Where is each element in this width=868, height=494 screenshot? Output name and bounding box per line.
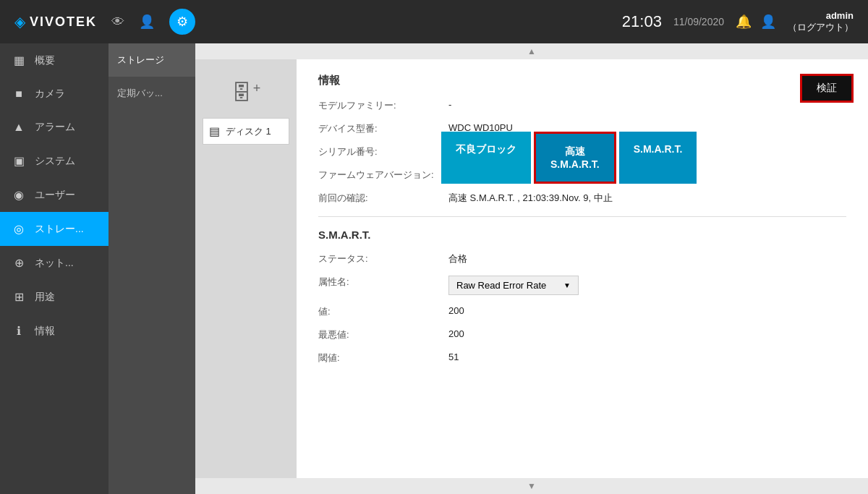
user-account-icon[interactable]: 👤 [760,14,776,30]
attr-name-dropdown[interactable]: Raw Read Error Rate ▼ [448,276,579,295]
monitor-icon[interactable]: 👁 [111,14,124,30]
current-time: 21:03 [622,12,662,31]
divider [318,216,846,217]
worst-label: 最悪値: [318,328,448,341]
chevron-down-icon: ▼ [563,281,571,289]
worst-value: 200 [448,328,846,341]
topbar: ◈ VIVOTEK 👁 👤 ⚙ 21:03 11/09/2020 🔔 👤 adm… [0,0,868,43]
system-icon: ▣ [12,154,26,168]
disk-1-item[interactable]: ▤ ディスク 1 [203,118,289,145]
sidebar-label-usage: 用途 [35,291,55,304]
sidebar-item-network[interactable]: ⊕ ネット... [0,246,109,280]
sidebar-item-usage[interactable]: ⊞ 用途 [0,280,109,314]
sidebar-item-storage[interactable]: ◎ ストレー... [0,212,109,246]
topbar-icons: 🔔 👤 [736,14,776,30]
sidebar-label-storage: ストレー... [35,223,84,236]
model-family-label: モデルファミリー: [318,99,448,112]
bell-icon[interactable]: 🔔 [736,14,752,30]
model-family-row: モデルファミリー: - [318,99,846,112]
value-row: 値: 200 [318,305,846,318]
firmware-version-label: ファームウェアバージョン: [318,169,448,182]
sidebar-item-camera[interactable]: ■ カメラ [0,77,109,111]
logo-icon: ◈ [14,13,25,30]
current-date: 11/09/2020 [673,16,724,27]
overlay-container: 不良ブロック 高速S.M.A.R.T. S.M.A.R.T. [441,132,697,184]
disk-list: 🗄 + ▤ ディスク 1 [195,59,297,478]
smart-label: S.M.A.R.T. [634,143,683,155]
sidebar: ▦ 概要 ■ カメラ ▲ アラーム ▣ システム ◉ ユーザー ◎ ストレー..… [0,43,109,494]
usage-icon: ⊞ [12,290,26,304]
attr-name-selected: Raw Read Error Rate [456,280,546,291]
storage-icon: ◎ [12,222,26,236]
attr-name-label: 属性名: [318,276,448,295]
add-storage-area: 🗄 + [203,74,289,112]
device-model-label: デバイス型番: [318,122,448,135]
status-value: 合格 [448,252,846,265]
topbar-right: 21:03 11/09/2020 🔔 👤 admin （ログアウト） [622,10,854,34]
model-family-value: - [448,99,846,112]
detail-panel: 検証 情報 モデルファミリー: - デバイス型番: WDC WD10PU シリア… [297,59,868,478]
logo-text: VIVOTEK [30,14,97,30]
sidebar-item-overview[interactable]: ▦ 概要 [0,43,109,77]
content-inner: 🗄 + ▤ ディスク 1 検証 情報 モデルファミリー: - デバイス型 [195,59,868,478]
sidebar-item-alarm[interactable]: ▲ アラーム [0,111,109,144]
network-icon: ⊕ [12,256,26,270]
last-check-value: 高速 S.M.A.R.T. , 21:03:39.Nov. 9, 中止 [448,192,846,205]
status-row: ステータス: 合格 [318,252,846,265]
settings-icon[interactable]: ⚙ [169,9,195,35]
serial-number-label: シリアル番号: [318,145,448,158]
smart-button[interactable]: S.M.A.R.T. [619,132,697,184]
sidebar-item-system[interactable]: ▣ システム [0,144,109,178]
user-name: admin [788,10,854,21]
sidebar-item-info[interactable]: ℹ 情報 [0,314,109,348]
sub-sidebar-item-storage[interactable]: ストレージ [109,43,195,77]
person-icon[interactable]: 👤 [139,14,155,30]
bad-block-label: 不良ブロック [456,143,516,155]
sub-sidebar-label-storage: ストレージ [117,54,164,65]
sidebar-label-info: 情報 [35,325,55,338]
sub-sidebar: ストレージ 定期バッ... [109,43,195,494]
camera-icon: ■ [12,88,26,101]
value-value: 200 [448,305,846,318]
alarm-icon: ▲ [12,121,26,134]
sidebar-label-alarm: アラーム [35,121,75,134]
sidebar-label-user: ユーザー [35,189,75,202]
disk-name: ディスク 1 [226,125,271,138]
plus-icon: + [253,81,261,105]
sub-sidebar-label-schedule: 定期バッ... [117,88,163,98]
info-icon: ℹ [12,324,26,338]
bad-block-button[interactable]: 不良ブロック [441,132,531,184]
overview-icon: ▦ [12,54,26,67]
main-layout: ▦ 概要 ■ カメラ ▲ アラーム ▣ システム ◉ ユーザー ◎ ストレー..… [0,43,868,494]
user-icon: ◉ [12,188,26,202]
fast-smart-button[interactable]: 高速S.M.A.R.T. [534,132,616,184]
add-storage-icon[interactable]: 🗄 [231,81,252,105]
smart-section-title: S.M.A.R.T. [318,229,846,241]
threshold-row: 閾値: 51 [318,352,846,365]
attr-name-row: 属性名: Raw Read Error Rate ▼ [318,276,846,295]
sidebar-label-overview: 概要 [35,54,55,67]
threshold-value: 51 [448,352,846,365]
scroll-bottom-indicator: ▼ [195,478,868,494]
info-section-title: 情報 [318,74,846,88]
sidebar-label-system: システム [35,155,75,168]
disk-drive-icon: ▤ [209,124,220,138]
sub-sidebar-item-schedule[interactable]: 定期バッ... [109,77,195,110]
last-check-label: 前回の確認: [318,192,448,205]
worst-row: 最悪値: 200 [318,328,846,341]
scroll-top-indicator: ▲ [195,43,868,59]
topbar-left: ◈ VIVOTEK 👁 👤 ⚙ [14,9,195,35]
sidebar-label-camera: カメラ [35,88,65,101]
verify-button[interactable]: 検証 [800,74,854,103]
content-area: ▲ 🗄 + ▤ ディスク 1 検証 情報 モデルファ [195,43,868,494]
sidebar-item-user[interactable]: ◉ ユーザー [0,178,109,212]
logout-text[interactable]: （ログアウト） [788,21,854,34]
threshold-label: 閾値: [318,352,448,365]
last-check-row: 前回の確認: 高速 S.M.A.R.T. , 21:03:39.Nov. 9, … [318,192,846,205]
sidebar-label-network: ネット... [35,257,74,270]
topbar-nav: 👁 👤 ⚙ [111,9,195,35]
status-label: ステータス: [318,252,448,265]
value-label: 値: [318,305,448,318]
logo: ◈ VIVOTEK [14,13,97,30]
user-info: admin （ログアウト） [788,10,854,34]
